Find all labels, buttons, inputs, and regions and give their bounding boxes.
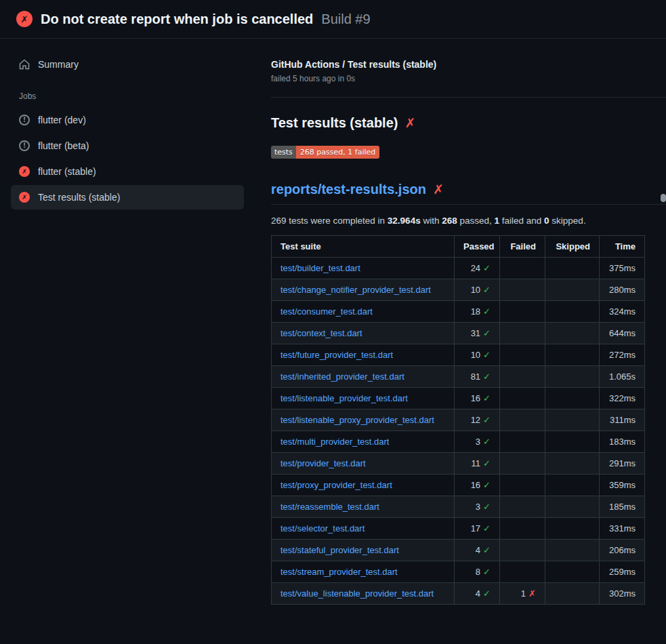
time-cell: 272ms [600, 344, 645, 366]
passed-count: 4 [476, 545, 480, 555]
suite-cell: test/value_listenable_provider_test.dart [272, 583, 455, 605]
skipped-cell [545, 540, 600, 561]
passed-cell: 11✓ [455, 453, 500, 475]
suite-cell: test/listenable_proxy_provider_test.dart [272, 409, 455, 431]
passed-cell: 3✓ [455, 431, 500, 453]
failed-cell [500, 279, 545, 301]
test-suite-link[interactable]: test/context_test.dart [280, 328, 362, 338]
test-suite-link[interactable]: test/provider_test.dart [280, 458, 366, 468]
test-suite-link[interactable]: test/reassemble_test.dart [280, 502, 379, 512]
scrollbar-thumb[interactable] [661, 194, 666, 202]
skipped-cell [545, 518, 600, 540]
passed-cell: 18✓ [455, 301, 500, 323]
time-cell: 322ms [600, 388, 645, 409]
summary-segment: 268 [442, 216, 457, 226]
summary-line: 269 tests were completed in 32.964s with… [271, 216, 666, 226]
status-line: failed 5 hours ago in 0s [271, 74, 666, 83]
job-label: flutter (dev) [38, 115, 86, 125]
table-row: test/provider_test.dart11✓291ms [272, 453, 645, 475]
check-icon: ✓ [483, 285, 491, 295]
time-cell: 311ms [600, 409, 645, 431]
failed-cell [500, 258, 545, 279]
skipped-cell [545, 323, 600, 344]
passed-count: 24 [471, 263, 480, 273]
passed-count: 16 [471, 393, 480, 403]
table-row: test/value_listenable_provider_test.dart… [272, 583, 645, 605]
test-suite-link[interactable]: test/listenable_proxy_provider_test.dart [280, 415, 434, 425]
time-cell: 1.065s [600, 366, 645, 388]
check-icon: ✓ [483, 328, 491, 338]
page-title: Do not create report when job is cancell… [41, 12, 313, 27]
time-cell: 644ms [600, 323, 645, 344]
table-row: test/change_notifier_provider_test.dart1… [272, 279, 645, 301]
test-suite-link[interactable]: test/inherited_provider_test.dart [280, 371, 404, 382]
results-table-body: test/builder_test.dart24✓375mstest/chang… [272, 258, 645, 605]
x-icon: ✗ [528, 588, 536, 599]
skipped-cell [545, 344, 600, 366]
summary-segment: 1 [495, 216, 500, 226]
report-link[interactable]: reports/test-results.json [271, 182, 426, 197]
column-header-failed: Failed [500, 236, 545, 258]
test-suite-link[interactable]: test/stream_provider_test.dart [280, 567, 398, 577]
time-cell: 375ms [600, 258, 645, 279]
breadcrumb: GitHub Actions / Test results (stable) [271, 59, 666, 70]
failed-cell [500, 496, 545, 518]
failed-cell [500, 388, 545, 409]
test-suite-link[interactable]: test/stateful_provider_test.dart [280, 545, 399, 555]
suite-cell: test/reassemble_test.dart [272, 496, 455, 518]
passed-cell: 8✓ [455, 561, 500, 583]
sidebar-item-test-results-stable[interactable]: ✗Test results (stable) [11, 185, 244, 209]
sidebar-item-flutter-dev[interactable]: !flutter (dev) [11, 108, 244, 132]
test-suite-link[interactable]: test/change_notifier_provider_test.dart [280, 285, 431, 295]
badge-label: tests [271, 146, 296, 159]
time-cell: 302ms [600, 583, 645, 605]
check-icon: ✓ [483, 523, 491, 534]
sidebar-item-flutter-beta[interactable]: !flutter (beta) [11, 134, 244, 158]
test-suite-link[interactable]: test/value_listenable_provider_test.dart [280, 588, 434, 599]
skipped-cell [545, 279, 600, 301]
table-row: test/consumer_test.dart18✓324ms [272, 301, 645, 323]
sidebar-item-flutter-stable[interactable]: ✗flutter (stable) [11, 159, 244, 184]
x-circle-icon: ✗ [19, 166, 30, 177]
passed-count: 18 [471, 306, 480, 317]
passed-cell: 12✓ [455, 409, 500, 431]
passed-count: 31 [471, 328, 480, 338]
table-header-row: Test suite Passed Failed Skipped Time [272, 236, 645, 258]
skipped-cell [545, 409, 600, 431]
x-circle-icon: ✗ [16, 11, 33, 27]
passed-cell: 16✓ [455, 475, 500, 496]
sidebar-item-summary[interactable]: Summary [11, 52, 244, 77]
passed-cell: 10✓ [455, 279, 500, 301]
summary-segment: passed, [457, 216, 495, 226]
test-suite-link[interactable]: test/builder_test.dart [280, 263, 360, 273]
suite-cell: test/listenable_provider_test.dart [272, 388, 455, 409]
job-label: Test results (stable) [38, 192, 120, 203]
passed-count: 17 [471, 523, 480, 534]
suite-cell: test/change_notifier_provider_test.dart [272, 279, 455, 301]
test-suite-link[interactable]: test/selector_test.dart [280, 523, 365, 534]
test-suite-link[interactable]: test/consumer_test.dart [280, 306, 373, 317]
skipped-cell [545, 561, 600, 583]
suite-cell: test/selector_test.dart [272, 518, 455, 540]
time-cell: 259ms [600, 561, 645, 583]
test-suite-link[interactable]: test/future_provider_test.dart [280, 350, 393, 360]
passed-cell: 4✓ [455, 583, 500, 605]
skipped-cell [545, 388, 600, 409]
passed-count: 11 [472, 458, 481, 468]
job-label: flutter (stable) [38, 166, 96, 177]
badge-value: 268 passed, 1 failed [296, 146, 379, 159]
check-icon: ✓ [483, 263, 491, 273]
suite-cell: test/provider_test.dart [272, 453, 455, 475]
check-icon: ✓ [483, 545, 491, 555]
suite-cell: test/stream_provider_test.dart [272, 561, 455, 583]
suite-cell: test/future_provider_test.dart [272, 344, 455, 366]
table-row: test/multi_provider_test.dart3✓183ms [272, 431, 645, 453]
failed-cell [500, 540, 545, 561]
test-suite-link[interactable]: test/proxy_provider_test.dart [280, 480, 392, 490]
home-icon [19, 59, 30, 70]
tests-badge: tests 268 passed, 1 failed [271, 146, 379, 159]
test-suite-link[interactable]: test/listenable_provider_test.dart [280, 393, 408, 403]
table-row: test/proxy_provider_test.dart16✓359ms [272, 475, 645, 496]
column-header-test-suite: Test suite [272, 236, 455, 258]
test-suite-link[interactable]: test/multi_provider_test.dart [280, 437, 389, 447]
